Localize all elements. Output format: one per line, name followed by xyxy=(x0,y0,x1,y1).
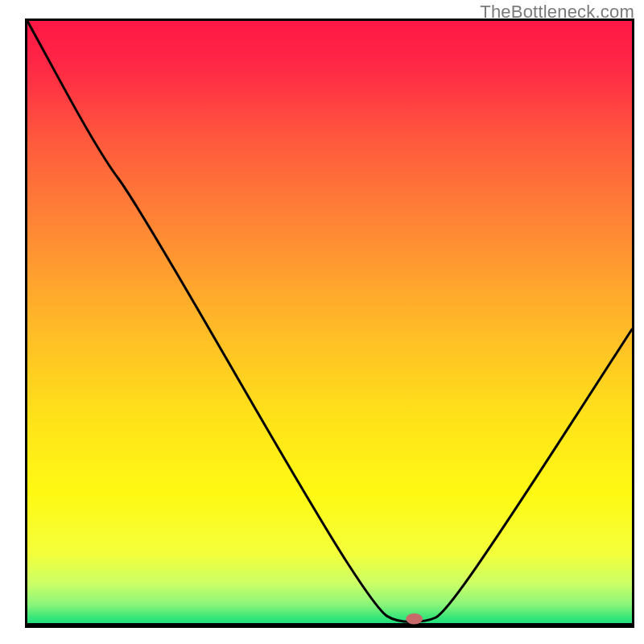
plot-border xyxy=(25,19,634,628)
watermark-text: TheBottleneck.com xyxy=(480,2,634,23)
chart-frame: TheBottleneck.com xyxy=(0,0,644,644)
